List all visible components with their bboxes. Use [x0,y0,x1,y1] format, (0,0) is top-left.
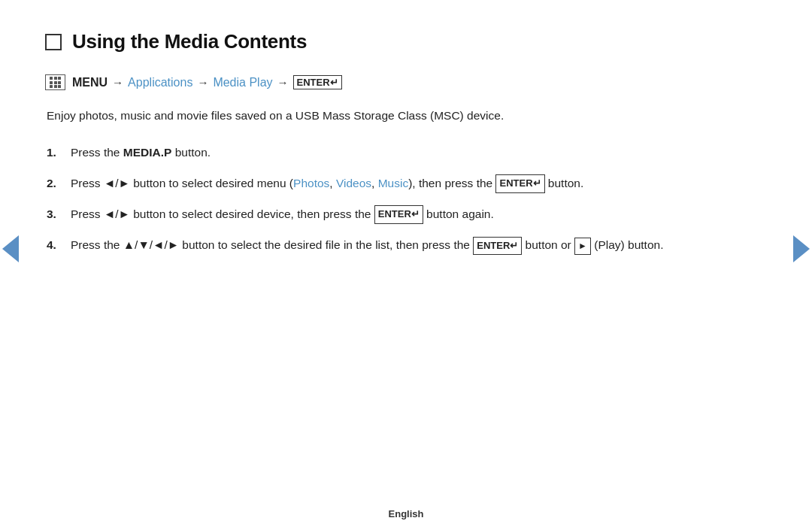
enter-box-2: ENTER↵ [495,174,544,193]
step-3-content: Press ◄/► button to select desired devic… [71,205,752,224]
nav-arrow-right[interactable] [791,230,812,268]
step-1-number: 1. [47,144,60,162]
step-4: 4. Press the ▲/▼/◄/► button to select th… [47,236,752,255]
description-text: Enjoy photos, music and movie files save… [47,107,752,126]
link-videos: Videos [336,177,371,189]
footer: English [0,498,812,530]
left-arrow-icon [2,235,19,262]
breadcrumb-arrow-1: → [112,76,123,89]
link-photos: Photos [293,177,329,189]
step-2-content: Press ◄/► button to select desired menu … [71,174,752,193]
title-row: Using the Media Contents [45,30,752,53]
enter-icon: ENTER↵ [293,75,342,89]
step-4-content: Press the ▲/▼/◄/► button to select the d… [71,236,752,255]
breadcrumb-menu-label: MENU [72,76,108,89]
page-title: Using the Media Contents [72,30,307,53]
step-2-number: 2. [47,174,60,193]
breadcrumb-applications: Applications [128,76,192,89]
step-3-number: 3. [47,205,60,224]
checkbox-icon [45,34,62,50]
link-music: Music [378,177,408,189]
steps-list: 1. Press the MEDIA.P button. 2. Press ◄/… [47,144,752,256]
enter-box-3: ENTER↵ [374,205,423,224]
step-4-enter: ENTER↵ [473,238,522,251]
step-1-bold: MEDIA.P [123,146,172,159]
step-3-enter: ENTER↵ [374,207,423,220]
footer-language: English [389,508,424,519]
breadcrumb-arrow-3: → [277,76,289,89]
step-2-enter: ENTER↵ [495,177,544,189]
step-1: 1. Press the MEDIA.P button. [47,144,752,162]
right-arrow-icon [793,235,810,262]
menu-icon [45,74,65,90]
step-2: 2. Press ◄/► button to select desired me… [47,174,752,193]
breadcrumb-media-play: Media Play [213,76,272,89]
enter-box-4: ENTER↵ [473,237,522,256]
step-3: 3. Press ◄/► button to select desired de… [47,205,752,224]
nav-arrow-left[interactable] [0,230,21,268]
breadcrumb: MENU → Applications → Media Play → ENTER… [45,74,752,90]
breadcrumb-enter-label: ENTER↵ [293,75,342,89]
main-content: Using the Media Contents MENU → Applicat… [0,0,812,498]
grid-dots-icon [50,77,61,88]
step-1-content: Press the MEDIA.P button. [71,144,752,162]
breadcrumb-arrow-2: → [197,76,208,89]
play-box: ► [574,238,591,255]
step-4-number: 4. [47,236,60,255]
